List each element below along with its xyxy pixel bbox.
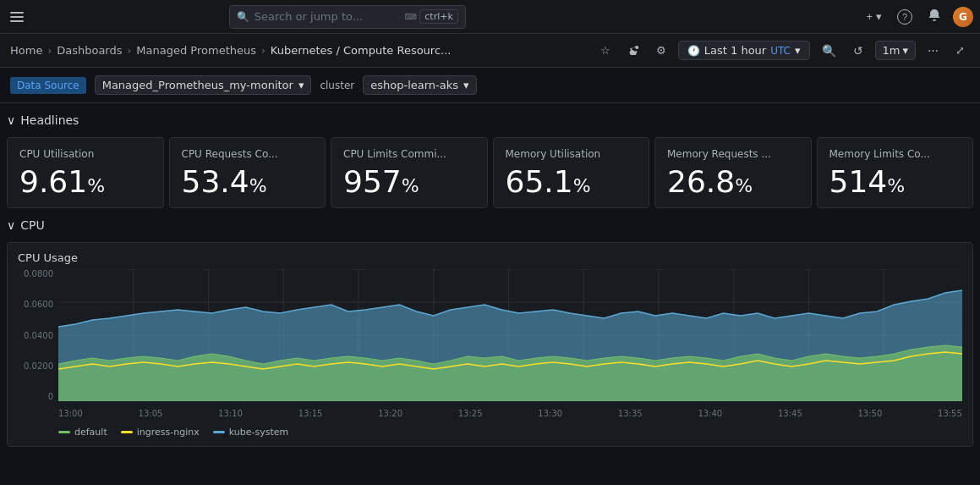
chevron-down-icon-ds: ▾: [298, 79, 304, 91]
help-icon: ?: [897, 9, 912, 25]
stat-card-value-0: 9.61%: [19, 167, 151, 197]
legend-default: default: [58, 427, 107, 438]
stat-card-title-1: CPU Requests Co...: [182, 148, 314, 160]
stat-card-unit-5: %: [887, 175, 905, 196]
stat-card-value-3: 65.1%: [506, 167, 638, 197]
y-label-0600: 0.0600: [24, 300, 53, 309]
help-button[interactable]: ?: [894, 6, 916, 28]
new-button[interactable]: + ▾: [862, 7, 885, 26]
chart-area: [58, 269, 962, 401]
stat-card-5: Memory Limits Co... 514%: [817, 137, 974, 208]
x-label-1340: 13:40: [698, 409, 722, 418]
datasource-selector[interactable]: Managed_Prometheus_my-monitor ▾: [95, 75, 312, 95]
time-range-label: Last 1 hour: [704, 44, 766, 57]
stat-card-unit-3: %: [573, 175, 591, 196]
refresh-button[interactable]: ↺: [848, 41, 868, 61]
chevron-down-icon-cluster: ▾: [463, 79, 469, 91]
current-page-title: Kubernetes / Compute Resourc...: [271, 44, 452, 57]
chart-legend: default ingress-nginx kube-system: [18, 427, 962, 438]
expand-button[interactable]: ⤢: [950, 41, 970, 60]
stat-card-value-1: 53.4%: [182, 167, 314, 197]
y-label-0: 0: [48, 392, 53, 401]
cpu-section-header[interactable]: ∨ CPU: [7, 215, 973, 235]
avatar[interactable]: G: [953, 7, 973, 27]
share-button[interactable]: [622, 40, 644, 61]
breadcrumb-sep-1: ›: [47, 45, 52, 57]
x-label-1330: 13:30: [538, 409, 562, 418]
legend-color-ingress: [121, 431, 133, 433]
zoom-out-icon: 🔍: [822, 44, 836, 58]
stat-card-value-4: 26.8%: [667, 167, 799, 197]
time-range-selector[interactable]: 🕐 Last 1 hour UTC ▾: [678, 41, 810, 60]
stat-card-value-5: 514%: [829, 167, 961, 197]
bell-icon: [928, 8, 941, 25]
stat-card-title-0: CPU Utilisation: [19, 148, 151, 160]
cluster-selector[interactable]: eshop-learn-aks ▾: [363, 75, 476, 95]
stat-cards-row: CPU Utilisation 9.61% CPU Requests Co...…: [7, 137, 973, 208]
breadcrumb-bar: Home › Dashboards › Managed Prometheus ›…: [0, 34, 980, 68]
legend-color-default: [58, 431, 70, 433]
topbar: 🔍 Search or jump to... ⌨ ctrl+k + ▾ ? G: [0, 0, 980, 34]
refresh-interval-label: 1m: [883, 44, 901, 57]
chart-svg: [58, 269, 962, 401]
stat-card-title-2: CPU Limits Commi...: [343, 148, 475, 160]
y-label-0200: 0.0200: [24, 361, 53, 371]
gear-icon: ⚙: [656, 44, 666, 57]
settings-button[interactable]: ⚙: [651, 41, 671, 60]
stat-card-unit-1: %: [249, 175, 267, 196]
ellipsis-icon: ⋯: [928, 44, 939, 57]
utc-label: UTC: [770, 45, 791, 57]
x-label-1310: 13:10: [218, 409, 243, 418]
stat-card-title-4: Memory Requests ...: [667, 148, 799, 160]
kbd-shortcut: ctrl+k: [419, 9, 458, 24]
x-label-1325: 13:25: [458, 409, 483, 418]
headlines-section-header[interactable]: ∨ Headlines: [7, 110, 973, 130]
managed-prometheus-link[interactable]: Managed Prometheus: [136, 44, 256, 57]
breadcrumb-sep-3: ›: [261, 45, 266, 57]
main-content: ∨ Headlines CPU Utilisation 9.61% CPU Re…: [0, 103, 980, 454]
search-bar[interactable]: 🔍 Search or jump to... ⌨ ctrl+k: [229, 5, 466, 29]
legend-ingress: ingress-nginx: [121, 427, 200, 438]
chart-x-axis: 13:00 13:05 13:10 13:15 13:20 13:25 13:3…: [58, 405, 962, 422]
search-icon: 🔍: [237, 11, 249, 23]
clock-icon: 🕐: [687, 45, 700, 57]
zoom-out-button[interactable]: 🔍: [817, 41, 841, 61]
notifications-button[interactable]: [924, 5, 944, 28]
x-label-1355: 13:55: [938, 409, 962, 418]
cpu-chart-panel: CPU Usage 0.0800 0.0600 0.0400 0.0200 0: [7, 242, 973, 447]
dashboards-link[interactable]: Dashboards: [57, 44, 122, 57]
stat-card-unit-2: %: [402, 175, 419, 196]
chevron-down-icon-2: ▾: [902, 44, 908, 57]
stat-card-unit-4: %: [735, 175, 753, 196]
star-button[interactable]: ☆: [595, 41, 616, 60]
more-options-button[interactable]: ⋯: [923, 41, 944, 60]
topbar-right: + ▾ ? G: [862, 5, 973, 28]
star-icon: ☆: [600, 44, 610, 57]
refresh-icon: ↺: [853, 44, 863, 58]
stat-card-3: Memory Utilisation 65.1%: [493, 137, 650, 208]
x-label-1350: 13:50: [857, 409, 882, 418]
datasource-value: Managed_Prometheus_my-monitor: [102, 79, 293, 91]
x-label-1345: 13:45: [778, 409, 802, 418]
collapse-icon: ∨: [7, 113, 15, 127]
stat-card-0: CPU Utilisation 9.61%: [7, 137, 164, 208]
chevron-down-icon: ▾: [795, 44, 801, 57]
breadcrumb-sep-2: ›: [128, 45, 132, 57]
home-link[interactable]: Home: [10, 44, 42, 57]
legend-label-default: default: [74, 427, 107, 438]
stat-card-title-3: Memory Utilisation: [506, 148, 638, 160]
stat-card-value-2: 957%: [343, 167, 475, 197]
breadcrumb-actions: ☆ ⚙ 🕐 Last 1 hour UTC ▾ 🔍 ↺ 1m ▾: [595, 40, 970, 61]
cluster-value: eshop-learn-aks: [370, 79, 458, 91]
refresh-interval-selector[interactable]: 1m ▾: [875, 41, 916, 60]
x-label-1315: 13:15: [298, 409, 323, 418]
x-label-1335: 13:35: [618, 409, 643, 418]
legend-label-kube: kube-system: [229, 427, 289, 438]
stat-card-1: CPU Requests Co... 53.4%: [169, 137, 326, 208]
menu-button[interactable]: [7, 8, 27, 25]
x-label-1300: 13:00: [58, 409, 83, 418]
chevron-down-icon: ▾: [876, 10, 882, 23]
expand-icon: ⤢: [955, 44, 965, 57]
collapse-icon-cpu: ∨: [7, 218, 15, 232]
y-label-0800: 0.0800: [24, 269, 53, 278]
